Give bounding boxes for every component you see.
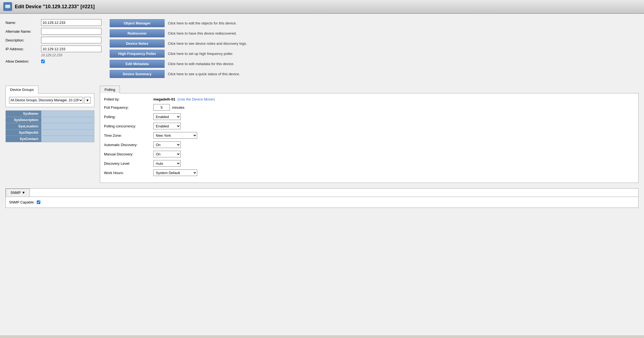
manual-discovery-row: Manual Discovery: On Off <box>104 151 634 157</box>
snmp-capable-row: SNMP Capable: <box>9 200 635 204</box>
sys-contact-label: SysContact: <box>6 136 41 142</box>
object-manager-button[interactable]: Object Manager <box>110 19 165 27</box>
polling-select[interactable]: Enabled Disabled <box>153 113 181 120</box>
snmp-tab-label: SNMP <box>10 191 21 195</box>
polling-label: Polling: <box>104 115 153 119</box>
rediscover-row: Rediscover Click here to have this devic… <box>110 29 639 37</box>
alternate-name-label: Alternate Name: <box>5 29 41 33</box>
sys-location-label: SysLocation: <box>6 123 41 130</box>
device-groups-tab-header: Device Groups <box>5 86 94 93</box>
form-section: Name: Alternate Name: Description: IP Ad… <box>5 19 101 80</box>
edit-metadata-button[interactable]: Edit Metadata <box>110 60 165 68</box>
sys-contact-row: SysContact: <box>6 136 94 142</box>
name-row: Name: <box>5 19 101 26</box>
action-buttons-section: Object Manager Click here to edit the ob… <box>110 19 639 80</box>
device-groups-tab[interactable]: Device Groups <box>5 86 38 94</box>
svg-rect-2 <box>7 8 9 9</box>
work-hours-row: Work Hours: System Default Business Hour… <box>104 169 634 176</box>
sys-contact-value <box>41 136 94 142</box>
poll-frequency-input[interactable] <box>153 104 170 111</box>
poll-server: megadeth-01 <box>153 97 175 101</box>
sys-object-id-label: SysObjectId: <box>6 130 41 136</box>
snmp-dropdown-arrow: ▼ <box>22 191 26 195</box>
work-hours-label: Work Hours: <box>104 171 153 175</box>
discovery-level-label: Discovery Level: <box>104 161 153 166</box>
sys-location-row: SysLocation: <box>6 123 94 130</box>
sys-object-id-value <box>41 130 94 136</box>
device-notes-description: Click here to see device notes and disco… <box>168 41 247 46</box>
manual-discovery-label: Manual Discovery: <box>104 152 153 156</box>
snmp-capable-label: SNMP Capable: <box>9 200 35 204</box>
high-frequency-poller-description: Click here to set up high frequency poll… <box>168 52 233 56</box>
ip-hint: 10.129.12.233 <box>41 53 101 57</box>
polling-concurrency-select[interactable]: Enabled Disabled <box>153 123 181 129</box>
snmp-capable-checkbox[interactable] <box>37 200 40 204</box>
page-title: Edit Device "10.129.12.233" [#221] <box>15 4 95 10</box>
minutes-label: minutes <box>172 105 185 110</box>
device-groups-select-row: All Device Groups, Discovery Manager, 10… <box>9 97 91 104</box>
alternate-name-row: Alternate Name: <box>5 28 101 35</box>
device-summary-description: Click here to see a quick status of this… <box>168 72 240 76</box>
description-input[interactable] <box>41 37 101 43</box>
allow-deletion-row: Allow Deletion: <box>5 59 101 63</box>
sys-name-label: SysName: <box>6 111 41 117</box>
device-groups-select[interactable]: All Device Groups, Discovery Manager, 10… <box>9 97 83 104</box>
poll-frequency-value: minutes <box>153 104 185 111</box>
app-icon <box>3 2 12 11</box>
middle-section: Device Groups All Device Groups, Discove… <box>5 86 639 183</box>
sys-name-value <box>41 111 94 117</box>
manual-discovery-select[interactable]: On Off <box>153 151 181 157</box>
work-hours-select[interactable]: System Default Business Hours 24x7 <box>153 169 197 176</box>
device-notes-row: Device Notes Click here to see device no… <box>110 40 639 48</box>
allow-deletion-checkbox[interactable] <box>41 60 45 63</box>
high-frequency-poller-row: High Frequency Poller Click here to set … <box>110 50 639 58</box>
svg-rect-1 <box>5 5 10 8</box>
polling-concurrency-row: Polling concurrency: Enabled Disabled <box>104 123 634 129</box>
top-section: Name: Alternate Name: Description: IP Ad… <box>5 19 639 80</box>
discovery-level-select[interactable]: Auto Level 1 Level 2 Level 3 <box>153 160 181 167</box>
sys-location-value <box>41 123 94 130</box>
svg-rect-3 <box>6 9 9 9</box>
sys-name-row: SysName: <box>6 111 94 117</box>
object-manager-description: Click here to edit the objects for this … <box>168 21 237 25</box>
snmp-section: SNMP ▼ SNMP Capable: <box>5 188 639 208</box>
time-zone-label: Time Zone: <box>104 133 153 138</box>
name-input[interactable] <box>41 19 101 26</box>
polling-tab-header: Polling <box>100 86 639 93</box>
polling-content: Polled by: megadeth-01 (Use the Device M… <box>100 93 639 183</box>
automatic-discovery-row: Automatic Discovery: On Off <box>104 141 634 148</box>
device-notes-button[interactable]: Device Notes <box>110 40 165 48</box>
snmp-tab-header: SNMP ▼ <box>6 189 638 197</box>
name-label: Name: <box>5 21 41 25</box>
device-groups-tab-content: All Device Groups, Discovery Manager, 10… <box>5 93 94 107</box>
polling-concurrency-label: Polling concurrency: <box>104 124 153 128</box>
polling-tab[interactable]: Polling <box>100 86 120 93</box>
sys-info-table: SysName: SysDescription: SysLocation: Sy… <box>5 110 94 142</box>
device-groups-dropdown-arrow[interactable]: ▼ <box>84 97 91 104</box>
poll-frequency-row: Poll Frequency: minutes <box>104 104 634 111</box>
device-groups-panel: Device Groups All Device Groups, Discove… <box>5 86 94 183</box>
time-zone-select[interactable]: New York UTC Los Angeles Chicago <box>153 132 197 139</box>
sys-object-id-row: SysObjectId: <box>6 130 94 136</box>
rediscover-description: Click here to have this device rediscove… <box>168 31 237 35</box>
device-summary-row: Device Summary Click here to see a quick… <box>110 70 639 78</box>
rediscover-button[interactable]: Rediscover <box>110 29 165 37</box>
ip-address-input[interactable] <box>41 46 101 52</box>
polled-by-row: Polled by: megadeth-01 (Use the Device M… <box>104 97 634 101</box>
use-device-mover-link[interactable]: (Use the Device Mover) <box>177 97 215 101</box>
high-frequency-poller-button[interactable]: High Frequency Poller <box>110 50 165 58</box>
polling-panel: Polling Polled by: megadeth-01 (Use the … <box>100 86 639 183</box>
ip-address-row: IP Address: <box>5 46 101 52</box>
main-content: Name: Alternate Name: Description: IP Ad… <box>0 14 644 335</box>
automatic-discovery-select[interactable]: On Off <box>153 141 181 148</box>
edit-metadata-description: Click here to edit metadata for this dev… <box>168 62 234 66</box>
poll-frequency-label: Poll Frequency: <box>104 105 153 110</box>
device-summary-button[interactable]: Device Summary <box>110 70 165 78</box>
polled-by-value: megadeth-01 (Use the Device Mover) <box>153 97 215 101</box>
discovery-level-row: Discovery Level: Auto Level 1 Level 2 Le… <box>104 160 634 167</box>
alternate-name-input[interactable] <box>41 28 101 35</box>
description-label: Description: <box>5 38 41 42</box>
snmp-tab[interactable]: SNMP ▼ <box>6 189 30 197</box>
sys-description-value <box>41 117 94 123</box>
polled-by-label: Polled by: <box>104 97 153 101</box>
